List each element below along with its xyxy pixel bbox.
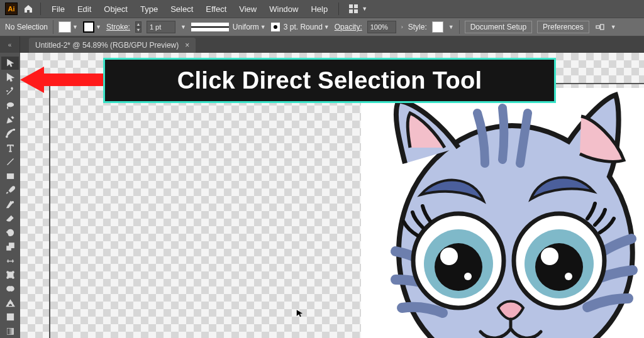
close-tab-icon[interactable]: × [185,41,189,50]
svg-point-7 [12,201,14,203]
paintbrush-tool[interactable] [1,183,19,197]
stroke-width-field[interactable]: 1 pt [147,21,175,33]
chevron-right-icon[interactable]: › [401,24,403,30]
workspace [0,53,644,338]
artboard-artwork [361,88,644,338]
menu-bar: Ai File Edit Object Type Select Effect V… [0,0,644,18]
stroke-swatch[interactable] [83,21,94,33]
svg-rect-6 [7,174,13,179]
fill-swatch-group: ▼ [58,21,78,33]
stroke-label[interactable]: Stroke: [106,23,130,31]
toolbar-collapse-toggle[interactable]: « [0,36,20,53]
type-tool[interactable] [1,141,19,155]
chevron-down-icon[interactable]: ▼ [180,24,186,30]
line-segment-tool[interactable] [1,155,19,168]
chevron-down-icon[interactable]: ▼ [448,24,454,30]
menu-window[interactable]: Window [264,2,304,16]
menu-type[interactable]: Type [135,2,164,16]
svg-point-2 [7,102,13,106]
pen-tool[interactable] [1,113,19,126]
chevron-down-icon[interactable]: ▼ [611,24,616,30]
free-transform-tool[interactable] [1,268,19,281]
chevron-down-icon[interactable]: ▼ [362,6,367,12]
curvature-tool[interactable] [1,127,19,140]
chevron-down-icon[interactable]: ▼ [72,24,78,30]
svg-point-3 [6,136,8,138]
document-setup-button[interactable]: Document Setup [465,21,532,33]
canvas[interactable] [20,53,644,338]
menu-object[interactable]: Object [98,2,133,16]
arrange-documents-icon[interactable] [349,4,358,13]
chevron-down-icon[interactable]: ▼ [260,24,266,30]
gradient-tool[interactable] [1,325,19,338]
menu-view[interactable]: View [233,2,262,16]
document-tab-title: Untitled-2* @ 54.89% (RGB/GPU Preview) [35,41,179,50]
shaper-tool[interactable] [1,198,19,211]
separator [53,20,53,34]
menu-edit[interactable]: Edit [72,2,97,16]
separator [459,20,460,34]
menu-help[interactable]: Help [305,2,333,16]
shape-builder-tool[interactable] [1,282,19,295]
opacity-label[interactable]: Opacity: [335,23,362,31]
eraser-tool[interactable] [1,212,19,225]
menu-select[interactable]: Select [165,2,199,16]
selection-tool[interactable] [1,57,19,70]
svg-point-12 [12,271,14,273]
direct-selection-tool[interactable] [1,70,19,84]
svg-point-26 [541,248,558,265]
stroke-swatch-group: ▼ [83,21,101,33]
svg-point-13 [6,277,8,279]
svg-rect-1 [600,25,603,30]
svg-rect-9 [9,243,14,248]
fill-swatch[interactable] [58,21,71,33]
preferences-button[interactable]: Preferences [537,21,589,33]
svg-point-11 [6,271,8,273]
magic-wand-tool[interactable] [1,85,19,98]
home-icon[interactable] [21,2,35,16]
document-tab[interactable]: Untitled-2* @ 54.89% (RGB/GPU Preview) × [29,38,196,53]
variable-width-profile[interactable]: Uniform ▼ [191,23,266,31]
svg-point-28 [565,273,572,280]
svg-line-5 [7,159,13,165]
svg-point-25 [440,248,458,265]
svg-rect-0 [596,26,599,28]
width-tool[interactable] [1,254,19,267]
vertical-separator [338,3,339,15]
svg-point-14 [12,277,14,279]
chevron-down-icon[interactable]: ▼ [324,24,330,30]
perspective-grid-tool[interactable] [1,297,19,310]
svg-rect-18 [7,328,13,334]
control-bar: No Selection ▼ ▼ Stroke: ▲▼ 1 pt ▼ Unifo… [0,18,644,36]
svg-point-24 [535,243,583,291]
menu-effect[interactable]: Effect [200,2,232,16]
svg-point-27 [464,273,472,280]
stroke-width-stepper[interactable]: ▲▼ [135,21,142,33]
svg-point-23 [435,243,482,291]
scale-tool[interactable] [1,240,19,253]
document-tab-bar: « Untitled-2* @ 54.89% (RGB/GPU Preview)… [0,36,644,53]
chevron-down-icon[interactable]: ▼ [96,24,101,30]
rotate-tool[interactable] [1,226,19,239]
brush-definition[interactable]: 3 pt. Round ▼ [271,23,330,31]
mesh-tool[interactable] [1,310,19,324]
vertical-separator [40,3,41,15]
style-swatch[interactable] [432,21,443,33]
style-label: Style: [408,23,427,31]
menu-file[interactable]: File [46,2,70,16]
lasso-tool[interactable] [1,99,19,112]
profile-label: Uniform [233,23,259,31]
illustrator-logo-icon: Ai [5,3,18,15]
svg-point-4 [13,129,14,131]
tool-panel [0,53,20,338]
rectangle-tool[interactable] [1,170,19,183]
opacity-field[interactable]: 100% [367,21,396,33]
mouse-cursor-icon [296,308,304,319]
svg-point-16 [9,286,14,292]
selection-state-label: No Selection [5,23,48,31]
brush-label: 3 pt. Round [284,23,323,31]
align-panel-icon[interactable] [594,21,606,33]
